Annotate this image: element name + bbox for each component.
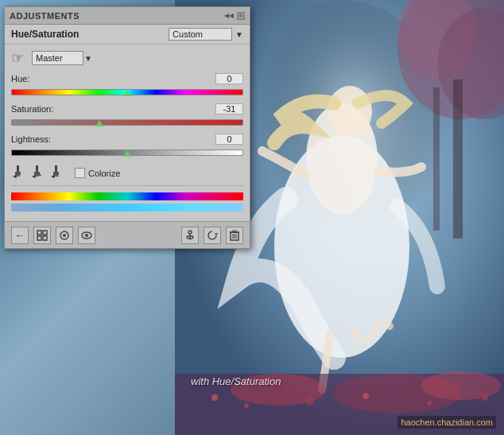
svg-point-41 xyxy=(85,234,88,237)
light-track-wrap[interactable] xyxy=(11,146,243,159)
eyedropper-icon-3[interactable]: - xyxy=(49,165,64,181)
svg-point-15 xyxy=(244,403,249,408)
light-track[interactable] xyxy=(11,150,243,156)
svg-rect-48 xyxy=(233,231,236,232)
sat-thumb[interactable] xyxy=(95,120,103,126)
hs-label: Hue/Saturation xyxy=(11,29,164,40)
svg-rect-22 xyxy=(16,175,20,177)
light-slider-group: Lightness: 0 xyxy=(11,134,243,159)
eyedropper-icon-1[interactable] xyxy=(11,165,25,181)
light-label: Lightness: xyxy=(11,134,51,144)
sat-track[interactable] xyxy=(11,119,243,126)
watermark-text: with Hue/Saturation xyxy=(191,375,281,387)
collapse-button[interactable]: ◀◀ xyxy=(224,12,234,19)
hand-tool-row: ☞ Master Reds Yellows Greens Cyans Blues… xyxy=(11,49,243,67)
hue-slider-group: Hue: 0 xyxy=(11,73,243,99)
svg-rect-35 xyxy=(43,231,47,235)
channel-dropdown-arrow: ▼ xyxy=(84,54,92,63)
back-button[interactable]: ← xyxy=(11,227,29,244)
svg-point-42 xyxy=(188,231,192,234)
delete-button[interactable] xyxy=(226,227,243,244)
svg-point-13 xyxy=(421,371,501,400)
anchor-button[interactable] xyxy=(181,227,199,244)
svg-point-9 xyxy=(328,86,372,137)
channel-select[interactable]: Master Reds Yellows Greens Cyans Blues M… xyxy=(32,51,83,65)
adjustments-panel: ADJUSTMENTS ◀◀ ≡ Hue/Saturation Custom D… xyxy=(4,6,250,249)
eyedropper-icon-2[interactable]: + xyxy=(30,165,45,181)
hand-tool-icon[interactable]: ☞ xyxy=(11,49,24,67)
light-label-row: Lightness: 0 xyxy=(11,134,243,145)
sat-slider-group: Saturation: -31 xyxy=(11,103,243,129)
preset-dropdown-arrow: ▼ xyxy=(235,30,243,39)
clip-button[interactable] xyxy=(56,227,73,244)
svg-text:+: + xyxy=(38,172,42,178)
hue-spectrum-bar xyxy=(11,192,243,200)
svg-rect-29 xyxy=(55,165,57,172)
visibility-button[interactable] xyxy=(78,227,95,244)
svg-point-18 xyxy=(427,401,432,406)
hs-row: Hue/Saturation Custom Default ▼ xyxy=(5,25,250,45)
menu-button[interactable]: ≡ xyxy=(237,12,245,20)
hue-thumb[interactable] xyxy=(123,90,131,96)
svg-rect-36 xyxy=(37,236,41,240)
result-spectrum-bar xyxy=(11,204,243,212)
hs-dropdown: Custom Default ▼ xyxy=(169,28,243,41)
history-button[interactable] xyxy=(33,227,51,244)
svg-text:-: - xyxy=(57,172,60,178)
reset-button[interactable] xyxy=(204,227,221,244)
panel-titlebar: ADJUSTMENTS ◀◀ ≡ xyxy=(5,7,250,25)
toolbar-left: ← xyxy=(11,227,95,244)
light-value[interactable]: 0 xyxy=(215,134,243,145)
title-controls: ◀◀ ≡ xyxy=(224,12,245,20)
hue-value[interactable]: 0 xyxy=(215,73,243,84)
toolbar-right xyxy=(181,227,243,244)
sat-track-wrap[interactable] xyxy=(11,116,243,129)
separator-1 xyxy=(11,185,243,186)
svg-rect-6 xyxy=(433,87,440,231)
svg-point-14 xyxy=(211,394,218,401)
tools-row: + - Colorize xyxy=(11,165,243,181)
master-select-wrap: Master Reds Yellows Greens Cyans Blues M… xyxy=(32,51,92,65)
hue-label: Hue: xyxy=(11,74,29,84)
colorize-wrap: Colorize xyxy=(75,168,120,178)
bottom-toolbar: ← xyxy=(5,221,250,248)
colorize-checkbox[interactable] xyxy=(75,168,85,178)
svg-point-17 xyxy=(362,393,369,399)
svg-rect-20 xyxy=(17,165,19,172)
svg-rect-5 xyxy=(453,80,463,239)
hue-label-row: Hue: 0 xyxy=(11,73,243,84)
svg-point-16 xyxy=(306,398,314,406)
light-thumb[interactable] xyxy=(123,150,131,157)
sat-label-row: Saturation: -31 xyxy=(11,103,243,115)
preset-select[interactable]: Custom Default xyxy=(169,28,232,41)
sat-label: Saturation: xyxy=(11,104,53,114)
hue-track[interactable] xyxy=(11,89,243,95)
panel-title: ADJUSTMENTS xyxy=(10,11,79,21)
svg-rect-34 xyxy=(37,231,41,235)
svg-point-39 xyxy=(63,234,66,237)
panel-body: ☞ Master Reds Yellows Greens Cyans Blues… xyxy=(5,45,250,221)
svg-rect-21 xyxy=(15,172,21,175)
hue-track-wrap[interactable] xyxy=(11,86,243,99)
colorize-label: Colorize xyxy=(88,169,120,178)
svg-rect-24 xyxy=(36,165,38,172)
sat-value[interactable]: -31 xyxy=(215,103,243,115)
color-bars xyxy=(11,192,243,212)
svg-marker-45 xyxy=(215,233,218,235)
svg-rect-37 xyxy=(43,236,47,240)
svg-point-19 xyxy=(482,394,488,401)
watermark-site: haochen.chazidian.com xyxy=(397,416,496,429)
